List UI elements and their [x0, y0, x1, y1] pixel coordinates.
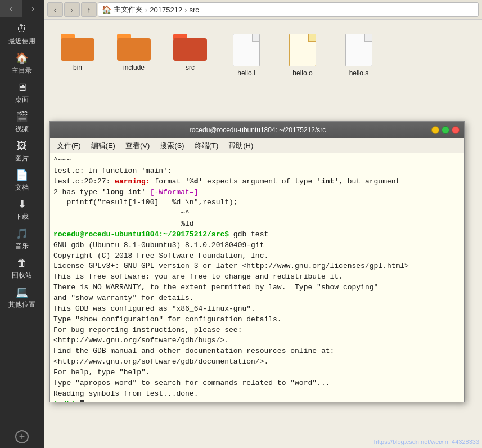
terminal-line-8: GNU gdb (Ubuntu 8.1-0ubuntu3) 8.1.0.2018… [53, 240, 461, 251]
sidebar-item-label-1: 主目录 [12, 66, 32, 75]
sidebar-item-2[interactable]: 🖥 桌面 [0, 78, 44, 107]
terminal-line-14: This GDB was configured as "x86_64-linux… [53, 304, 461, 315]
fm-parent-button[interactable]: ↑ [81, 2, 97, 17]
sidebar-item-label-9: 其他位置 [8, 300, 35, 310]
terminal-line-10: License GPLv3+: GNU GPL version 3 or lat… [53, 261, 461, 272]
term-menu-item-2[interactable]: 查看(V) [121, 140, 154, 152]
sidebar-item-9[interactable]: 💻 其他位置 [0, 283, 44, 312]
terminal-menubar: 文件(F)编辑(E)查看(V)搜索(S)终端(T)帮助(H) [50, 138, 464, 153]
home-breadcrumb-icon: 🏠 [102, 5, 111, 14]
terminal-line-18: Find the GDB manual and other documentat… [53, 346, 461, 357]
sidebar-item-8[interactable]: 🗑 回收站 [0, 254, 44, 283]
terminal-line-6: %ld [53, 219, 461, 230]
terminal-line-13: and "show warranty" for details. [53, 293, 461, 304]
sidebar-item-4[interactable]: 🖼 图片 [0, 137, 44, 166]
file-item-5[interactable]: hello.s [336, 31, 381, 80]
video-icon: 🎬 [16, 110, 28, 123]
terminal-line-17: <http://www.gnu.org/software/gdb/bugs/>. [53, 335, 461, 346]
terminal-line-0: ^~~~ [53, 155, 461, 166]
term-menu-item-4[interactable]: 终端(T) [190, 140, 223, 152]
sidebar-item-0[interactable]: ⏱ 最近使用 [0, 20, 44, 49]
terminal-line-2: test.c:20:27: warning: format '%d' expec… [53, 177, 461, 187]
sidebar-item-label-5: 文档 [15, 183, 29, 192]
sidebar-item-6[interactable]: ⬇ 下载 [0, 195, 44, 225]
terminal-line-15: Type "show configuration" for configurat… [53, 315, 461, 325]
prompt-host: rocedu@rocedu-ubuntu1804:~/20175212/src$ [53, 230, 229, 239]
term-menu-item-0[interactable]: 文件(F) [52, 140, 85, 152]
sidebar-nav-arrows: ‹ › [0, 0, 44, 17]
folder-icon [117, 34, 151, 61]
fm-content: bin include src hello.i hello.o hello.s [44, 20, 482, 91]
fm-back-button[interactable]: ‹ [47, 2, 63, 17]
sidebar-item-label-7: 音乐 [15, 241, 29, 251]
close-button[interactable] [452, 126, 460, 134]
music-icon: 🎵 [16, 227, 28, 240]
term-menu-item-1[interactable]: 编辑(E) [87, 140, 120, 152]
nav-forward[interactable]: › [22, 0, 44, 17]
file-item-4[interactable]: hello.o [280, 31, 325, 80]
terminal-title: rocedu@rocedu-ubuntu1804: ~/20175212/src [84, 126, 431, 134]
terminal-line-7: rocedu@rocedu-ubuntu1804:~/20175212/src$… [53, 230, 461, 240]
terminal-line-11: This is free software: you are free to c… [53, 272, 461, 283]
breadcrumb-sep-2: › [184, 6, 187, 14]
file-label-3: hello.i [237, 69, 255, 77]
breadcrumb-sep-1: › [145, 6, 147, 14]
terminal-line-5: ~^ [53, 208, 461, 219]
sidebar-item-1[interactable]: 🏠 主目录 [0, 49, 44, 78]
terminal-line-1: test.c: In function 'main': [53, 166, 461, 177]
maximize-button[interactable] [442, 126, 449, 134]
add-location-button[interactable]: + [0, 425, 44, 448]
sidebar: ‹ › ⏱ 最近使用 🏠 主目录 🖥 桌面 🎬 视频 🖼 图片 📄 文档 ⬇ 下… [0, 0, 44, 448]
file-item-1[interactable]: include [111, 31, 156, 74]
terminal-body[interactable]: ^~~~test.c: In function 'main':test.c:20… [50, 153, 464, 402]
file-label-2: src [186, 64, 195, 71]
term-menu-item-5[interactable]: 帮助(H) [224, 140, 258, 152]
fm-toolbar: ‹ › ↑ 🏠 主文件夹 › 20175212 › src [44, 0, 482, 20]
terminal-line-16: For bug reporting instructions, please s… [53, 325, 461, 336]
breadcrumb-src[interactable]: src [190, 6, 199, 14]
folder-icon [61, 34, 94, 61]
desktop-icon: 🖥 [16, 81, 28, 93]
file-label-5: hello.s [349, 69, 369, 77]
breadcrumb-20175212[interactable]: 20175212 [150, 6, 182, 14]
trash-icon: 🗑 [16, 257, 28, 269]
terminal-titlebar: rocedu@rocedu-ubuntu1804: ~/20175212/src [50, 122, 464, 138]
terminal-line-3: 2 has type 'long int' [-Wformat=] [53, 187, 461, 198]
sidebar-item-7[interactable]: 🎵 音乐 [0, 225, 44, 254]
terminal-cursor [80, 400, 84, 402]
sidebar-item-label-0: 最近使用 [8, 37, 35, 46]
terminal-line-19: <http://www.gnu.org/software/gdb/documen… [53, 357, 461, 368]
sidebar-item-3[interactable]: 🎬 视频 [0, 107, 44, 137]
terminal-line-23: (gdb) [53, 399, 461, 402]
sidebar-item-label-2: 桌面 [15, 95, 29, 105]
terminal-line-22: Reading symbols from test...done. [53, 389, 461, 400]
fm-breadcrumb: 🏠 主文件夹 › 20175212 › src [98, 2, 479, 17]
file-icon [233, 34, 260, 66]
term-menu-item-3[interactable]: 搜索(S) [155, 140, 188, 152]
file-item-3[interactable]: hello.i [224, 31, 269, 80]
file-icon [345, 34, 372, 66]
file-label-1: include [123, 64, 145, 71]
sidebar-item-label-4: 图片 [15, 154, 29, 163]
home-icon: 🏠 [16, 52, 28, 64]
breadcrumb-home[interactable]: 主文件夹 [114, 5, 143, 15]
sidebar-item-5[interactable]: 📄 文档 [0, 166, 44, 195]
folder-icon [173, 34, 207, 61]
minimize-button[interactable] [431, 126, 439, 134]
terminal-window-buttons [431, 126, 460, 134]
file-item-0[interactable]: bin [55, 31, 100, 74]
fm-forward-button[interactable]: › [64, 2, 80, 17]
nav-back[interactable]: ‹ [0, 0, 22, 17]
terminal-line-4: printf("result[1-100] = %d \n",result); [53, 198, 461, 208]
sidebar-item-label-8: 回收站 [12, 271, 32, 280]
document-icon: 📄 [16, 169, 28, 181]
terminal-line-9: Copyright (C) 2018 Free Software Foundat… [53, 251, 461, 262]
add-icon: + [15, 430, 29, 443]
sidebar-items: ⏱ 最近使用 🏠 主目录 🖥 桌面 🎬 视频 🖼 图片 📄 文档 ⬇ 下载 🎵 … [0, 17, 44, 425]
file-label-4: hello.o [292, 69, 312, 77]
terminal-line-12: There is NO WARRANTY, to the extent perm… [53, 283, 461, 293]
other-icon: 💻 [16, 286, 28, 298]
sidebar-item-label-6: 下载 [15, 212, 29, 222]
file-item-2[interactable]: src [168, 31, 213, 74]
terminal-line-20: For help, type "help". [53, 368, 461, 378]
